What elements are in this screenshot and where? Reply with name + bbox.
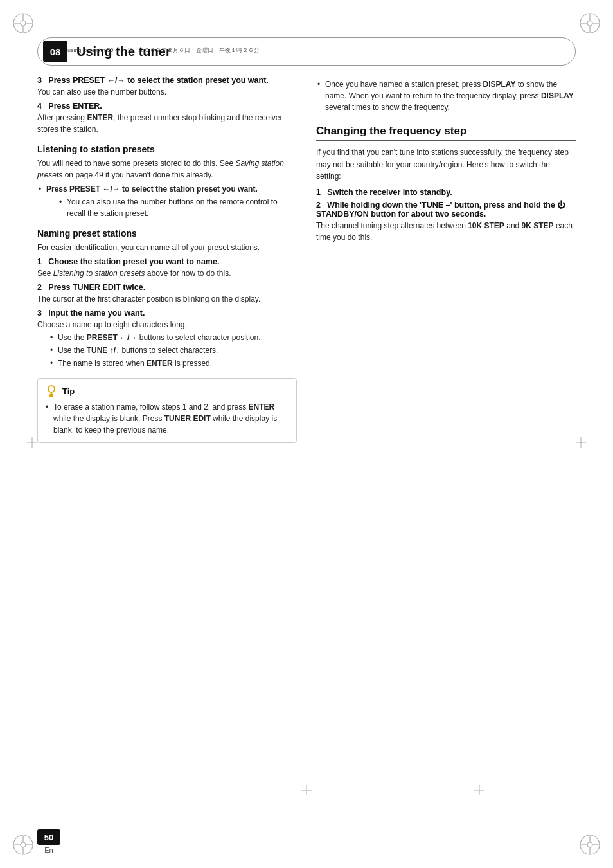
freq-step-2-label: 2 While holding down the 'TUNE –' button… [316, 201, 576, 219]
mid-left-cross [27, 437, 37, 449]
svg-point-19 [587, 842, 592, 847]
freq-step-heading: Changing the frequency step [316, 125, 576, 141]
bullet-preset-select: Press PRESET ←/→ to select the station p… [37, 183, 297, 219]
mid-right-cross [576, 437, 586, 449]
naming-step-3-body: Choose a name up to eight characters lon… [37, 319, 297, 330]
page-number: 50 [37, 829, 60, 845]
step-3-body: You can also use the number buttons. [37, 86, 297, 98]
content-area: 3 Press PRESET ←/→ to select the station… [37, 76, 576, 817]
page-lang: En [44, 846, 53, 854]
naming-step-2: 2 Press TUNER EDIT twice. The cursor at … [37, 283, 297, 305]
sub-bullet-number-buttons: You can also use the number buttons on t… [58, 196, 297, 219]
corner-decoration-tl [12, 12, 35, 35]
page: 08_using_tuner.fm 50 ページ ２００９年２月６日 金曜日 午… [0, 0, 613, 868]
naming-step-3-bullets: Use the PRESET ←/→ buttons to select cha… [49, 332, 297, 369]
tip-box: Tip To erase a station name, follow step… [37, 378, 297, 443]
step-3-label: 3 Press PRESET ←/→ to select the station… [37, 76, 297, 85]
tip-content: To erase a station name, follow steps 1 … [44, 401, 290, 436]
sub-bullet-list: You can also use the number buttons on t… [58, 196, 297, 219]
section-naming-heading: Naming preset stations [37, 228, 297, 239]
tip-icon [44, 384, 58, 398]
freq-step-1: 1 Switch the receiver into standby. [316, 188, 576, 197]
chapter-number: 08 [43, 41, 67, 62]
step-4-label: 4 Press ENTER. [37, 102, 297, 111]
section-listening-intro: You will need to have some presets store… [37, 158, 297, 181]
section-listening-bullets: Press PRESET ←/→ to select the station p… [37, 183, 297, 219]
left-column: 3 Press PRESET ←/→ to select the station… [37, 76, 297, 817]
freq-step-2-body: The channel tuning step alternates betwe… [316, 220, 576, 243]
tip-header: Tip [44, 384, 290, 398]
svg-point-7 [587, 21, 592, 26]
section-naming-intro: For easier identification, you can name … [37, 242, 297, 253]
page-footer: 50 En [37, 829, 60, 854]
naming-step-3-label: 3 Input the name you want. [37, 309, 297, 318]
chapter-header: 08 Using the tuner [37, 37, 576, 66]
naming-step-2-label: 2 Press TUNER EDIT twice. [37, 283, 297, 292]
tip-label: Tip [62, 386, 75, 396]
freq-step-2: 2 While holding down the 'TUNE –' button… [316, 201, 576, 243]
freq-step-1-label: 1 Switch the receiver into standby. [316, 188, 576, 197]
section-listening-heading: Listening to station presets [37, 144, 297, 154]
svg-point-13 [21, 842, 26, 847]
corner-decoration-tr [578, 12, 601, 35]
step-4-enter: 4 Press ENTER. After pressing ENTER, the… [37, 102, 297, 135]
svg-point-24 [48, 386, 55, 392]
naming-step-3: 3 Input the name you want. Choose a name… [37, 309, 297, 369]
corner-decoration-br [578, 833, 601, 856]
naming-step-1-label: 1 Choose the station preset you want to … [37, 257, 297, 266]
tip-bullet-1: To erase a station name, follow steps 1 … [44, 401, 290, 436]
freq-step-intro: If you find that you can't tune into sta… [316, 147, 576, 183]
tip-bullets: To erase a station name, follow steps 1 … [44, 401, 290, 436]
naming-step-1: 1 Choose the station preset you want to … [37, 257, 297, 279]
bottom-right-cross [474, 785, 484, 797]
naming-bullet-enter: The name is stored when ENTER is pressed… [49, 357, 297, 369]
bottom-center-cross [301, 785, 312, 797]
naming-bullet-tune: Use the TUNE ↑/↓ buttons to select chara… [49, 345, 297, 356]
naming-step-1-body: See Listening to station presets above f… [37, 267, 297, 279]
corner-decoration-bl [12, 833, 35, 856]
step-4-body: After pressing ENTER, the preset number … [37, 112, 297, 135]
naming-step-2-body: The cursor at the first character positi… [37, 293, 297, 305]
svg-point-1 [21, 21, 26, 26]
step-3-preset: 3 Press PRESET ←/→ to select the station… [37, 76, 297, 98]
display-note-bullet: Once you have named a station preset, pr… [316, 78, 576, 113]
chapter-title: Using the tuner [76, 44, 171, 59]
display-note-bullets: Once you have named a station preset, pr… [316, 78, 576, 113]
naming-bullet-preset: Use the PRESET ←/→ buttons to select cha… [49, 332, 297, 343]
right-column: Once you have named a station preset, pr… [316, 76, 576, 817]
